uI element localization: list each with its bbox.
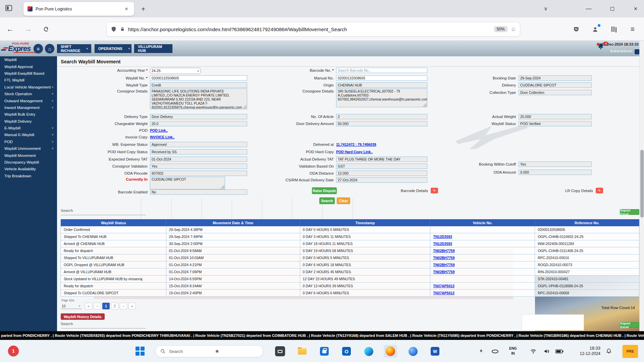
restore-button[interactable] [604,0,620,17]
pager-nav-button[interactable]: « [85,303,92,309]
microsoft-store-icon[interactable] [319,346,329,356]
search-button[interactable]: Search [319,197,335,204]
lr-copy-edit-button[interactable]: ✎ [596,188,603,193]
table-cell: 0 DAY 3 HOURS 11 MINUTES [300,233,431,240]
edge-icon[interactable] [364,346,374,356]
pre-badge[interactable]: PRE [623,345,638,358]
scrollbar-thumb[interactable] [640,150,644,218]
hidden-icons-chevron[interactable]: ∧ [480,348,483,353]
language-indicator[interactable]: ENG IN [509,346,517,356]
vehicle-no-link[interactable]: TN12D3593 [433,235,452,239]
field-barcode_no[interactable]: Search Barcode No... [336,68,427,73]
history-search-input[interactable]: Search [61,322,146,328]
export-excel-button[interactable]: Export Excel [620,209,639,215]
vehicle-no-link[interactable]: TN02BH7759 [433,270,454,274]
zoom-level[interactable]: 50% [494,26,507,32]
url-text[interactable]: https://anchor.ponpurelogistics.com/inde… [128,26,491,32]
browser-globe-app-icon[interactable] [408,346,418,356]
field-validation_based_on: GST [336,164,427,169]
pager-nav-button[interactable]: » [128,303,136,309]
pager-nav-button[interactable]: › [120,303,127,309]
presentation-app-icon[interactable] [275,346,285,356]
language-line1: ENG [509,346,517,351]
vehicle-no-link[interactable]: TN02BH7759 [433,256,454,260]
menu-icon[interactable]: ≡ [627,23,639,35]
library-icon[interactable] [608,23,620,35]
minimize-button[interactable]: — [581,0,596,17]
field-pod_hard_copy-link[interactable]: POD Hard Copy Link.. [336,150,373,154]
clear-button[interactable]: Clear [337,197,350,204]
taskbar-alert-icon[interactable]: 1 [8,346,19,356]
field-pod-link[interactable]: POD Link.. [150,128,168,132]
browser-tab[interactable]: Pon Pure Logistics × [23,2,134,16]
page-button-1[interactable]: 1 [102,303,110,309]
page-size-select[interactable]: 10∨ [61,303,82,309]
clock[interactable]: 18:33 12-12-2024 [568,345,600,356]
table-cell: OGPL-CHHB-0110602-24-25 [535,233,639,240]
battery-icon[interactable] [555,349,564,354]
table-header-row: Waybill StatusMovement Date & TimeTimest… [61,219,639,226]
scrollbar[interactable] [639,41,644,331]
raise-dispute-button[interactable]: Raise Dispute [312,187,337,194]
history-export-excel-button[interactable]: Export Excel [620,322,639,328]
bookmark-star-icon[interactable]: ☆ [511,26,516,33]
field-manual_no[interactable]: 02000132508605 [336,75,427,81]
field-label-delivery: Delivery [439,83,516,88]
notification-center-bell-icon[interactable] [606,348,612,354]
firefox-view-icon[interactable] [5,5,12,11]
new-tab-button[interactable]: + [138,4,148,14]
field-invoice_copy-link[interactable]: INVOICE Link.. [150,135,175,139]
page-button-2[interactable]: 2 [111,303,118,309]
field-label-chargeable_weight: Chargeable Weight [70,121,148,126]
field-consignor_details[interactable]: PANASONIC LIFE SOLUTIONS INDIA PRIVATE L… [150,88,247,109]
taskbar-search[interactable]: Search ✱ [155,345,263,357]
volume-icon[interactable] [543,348,550,354]
shield-icon[interactable] [111,26,117,32]
window-close-button[interactable]: × [628,0,643,17]
field-barcode_enabled: No [150,189,247,195]
account-icon[interactable] [589,23,601,35]
url-bar[interactable]: https://anchor.ponpurelogistics.com/inde… [107,22,520,36]
word-icon[interactable]: W [430,346,440,356]
resize-grip-icon[interactable] [423,103,427,107]
vehicle-no-link[interactable]: TN02BH7759 [433,263,454,267]
table-cell: OGPL-VPHB-0118088-24-25 [535,283,639,290]
table-search-input[interactable]: Search [61,208,146,215]
field-delivered_at-link[interactable]: 11.7412472 : 79.7456039 [336,142,376,146]
tray-eye-icon[interactable] [492,350,498,353]
resize-grip-icon[interactable] [221,185,224,189]
start-button[interactable] [136,347,145,356]
field-label-consignor_validation: Consignor Validation [70,164,148,169]
waybill-history-details-button[interactable]: Waybill History Details [61,313,105,320]
table-cell: 12 DAY 23 HOURS 49 MINUTES [300,276,431,283]
forward-button[interactable]: → [22,23,34,35]
field-waybill_type: Credit [150,82,247,88]
file-explorer-icon[interactable] [297,346,307,356]
barcode-details-edit-button[interactable]: ✎ [431,188,438,193]
vehicle-no-link[interactable]: TN12D3593 [433,242,452,246]
browser-navbar: ← → https://anchor.ponpurelogistics.com/… [0,17,644,41]
table-cell: Arrived @ VILLUPURAM HUB [61,268,166,276]
resize-grip-icon[interactable] [243,105,247,109]
field-label-barcode_no: Barcode No. * [257,68,334,73]
vehicle-no-link[interactable]: TN02BH7759 [433,249,454,253]
firefox-icon-active[interactable] [384,345,397,358]
outlook-icon[interactable]: O [341,346,352,356]
field-waybill_no[interactable]: 02000132508605 [150,75,247,81]
reload-button[interactable] [40,23,52,35]
back-button[interactable]: ← [4,23,16,35]
field-accounting_year[interactable]: 24-25▾ [150,68,201,74]
field-label-oda_pincode: ODA Pincode [70,171,148,176]
tabs-menu-icon[interactable]: ∨ [538,0,553,17]
holiday-flower-icon[interactable]: ✱ [215,349,258,354]
restore-icon [610,7,614,11]
field-consignee_details[interactable]: SRI SUSEELA ELECTRICAL,607002 - 79 A,Cud… [336,88,427,107]
field-currently_in[interactable]: CUDDALORE SIPCOT [150,177,225,189]
vehicle-no-link[interactable]: TN37AP5013 [433,291,454,295]
vehicle-no-link[interactable]: TN37AP5013 [433,284,454,288]
wifi-icon[interactable] [530,348,537,354]
pager-nav-button[interactable]: ‹ [94,303,101,309]
pocket-icon[interactable] [570,23,582,35]
lock-icon[interactable] [120,26,125,32]
tab-close-icon[interactable]: × [123,5,130,13]
